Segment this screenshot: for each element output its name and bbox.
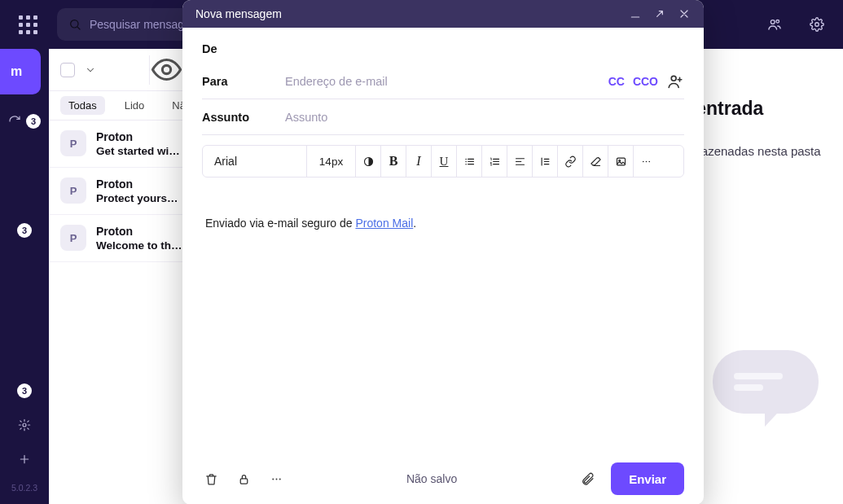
italic-icon: I [416,154,420,169]
svg-point-3 [815,23,819,27]
send-button[interactable]: Enviar [611,462,684,495]
email-subject: Welcome to the future [96,239,183,252]
svg-point-9 [465,160,467,162]
composer-title: Nova mensagem [195,7,617,20]
encryption-button[interactable] [235,470,252,488]
email-subject: Protect yourself online [96,192,183,204]
svg-rect-16 [240,478,248,483]
svg-point-15 [648,160,650,162]
paperclip-icon [581,472,595,486]
svg-point-10 [465,163,467,164]
composer-modal: Nova mensagem De Para CC CCO [182,0,704,504]
link-icon [564,156,577,168]
svg-point-13 [643,160,644,162]
delete-draft-button[interactable] [202,470,220,488]
plus-icon [18,453,31,466]
bullet-list-button[interactable] [457,146,482,177]
bold-button[interactable]: B [381,146,406,177]
expand-button[interactable] [653,7,666,20]
italic-button[interactable]: I [406,146,432,177]
close-button[interactable] [678,7,691,20]
email-sender: Proton [96,130,183,143]
svg-point-14 [646,160,648,162]
color-button[interactable] [356,146,381,177]
sidebar-folders-settings[interactable] [8,414,41,436]
bcc-button[interactable]: CCO [633,75,658,88]
clear-format-button[interactable] [583,146,608,177]
select-all-checkbox[interactable] [60,63,75,77]
sidebar-add-button[interactable] [8,449,41,470]
sidebar-item-drafts[interactable]: 3 [8,220,41,241]
sidebar: m 3 3 3 5.0.2.3 [0,49,49,504]
contrast-icon [362,156,375,168]
drafts-badge: 3 [17,223,32,238]
more-options-button[interactable] [267,470,285,488]
contacts-button[interactable] [760,10,789,39]
align-button[interactable] [507,146,533,177]
list-item[interactable]: P Proton Get started with Proton [49,121,195,168]
image-icon [615,156,627,168]
close-icon [678,7,691,20]
expand-icon [653,7,666,20]
to-label: Para [202,75,272,88]
minimize-button[interactable] [629,7,642,20]
list-item[interactable]: P Proton Protect yourself online [49,168,195,215]
tab-all[interactable]: Todas [60,96,105,115]
gear-small-icon [18,419,31,432]
svg-point-8 [465,158,467,160]
quote-button[interactable] [533,146,558,177]
underline-icon: U [440,155,449,169]
eye-icon [150,53,183,86]
lock-icon [237,472,251,486]
email-sender: Proton [96,177,183,191]
to-input[interactable] [285,65,595,98]
svg-point-4 [23,423,26,427]
svg-point-5 [162,65,170,73]
svg-point-12 [618,160,620,161]
svg-point-17 [272,478,274,480]
link-button[interactable] [558,146,583,177]
from-label: De [202,42,272,55]
email-subject: Get started with Proton [96,145,183,157]
svg-point-19 [279,478,280,480]
gear-icon [810,17,824,32]
avatar: P [60,130,86,156]
svg-point-18 [275,478,277,480]
speech-bubble-illustration [713,350,827,448]
font-family-select[interactable]: Arial [203,146,307,177]
more-horizontal-footer-icon [270,472,283,486]
settings-button[interactable] [802,10,832,39]
tab-read[interactable]: Lido [116,96,153,115]
list-item[interactable]: P Proton Welcome to the future [49,215,195,262]
more-format-button[interactable] [634,146,659,177]
subject-input[interactable] [285,101,684,134]
signature-prefix: Enviado via e-mail seguro de [205,217,355,230]
email-sender: Proton [96,225,183,238]
insert-image-button[interactable] [608,146,634,177]
read-toggle-button[interactable] [149,55,183,85]
signature-suffix: . [413,217,416,230]
more-horizontal-icon [640,156,652,168]
attachment-button[interactable] [578,470,596,488]
version-label: 5.0.2.3 [11,483,37,493]
underline-button[interactable]: U [432,146,457,177]
align-icon [514,156,526,168]
bullet-list-icon [463,156,476,168]
sidebar-item-spam[interactable]: 3 [8,380,41,401]
subject-label: Assunto [202,111,272,124]
inbox-badge: 3 [26,114,41,129]
search-icon [68,18,81,31]
numbered-list-button[interactable] [482,146,507,177]
font-size-select[interactable]: 14px [307,146,356,177]
compose-button[interactable]: m [0,49,41,94]
signature-link[interactable]: Proton Mail [355,217,413,230]
compose-label: m [11,64,22,79]
email-list-panel: Todas Lido Não P Proton Get started with… [49,49,195,504]
svg-point-2 [776,20,779,23]
add-contact-button[interactable] [666,72,684,90]
app-switcher-button[interactable] [11,8,44,41]
cc-button[interactable]: CC [608,75,625,88]
sidebar-item-inbox[interactable]: 3 [8,111,41,132]
editor-body[interactable]: Enviado via e-mail seguro de Proton Mail… [202,177,684,453]
select-dropdown-icon[interactable] [85,64,96,76]
